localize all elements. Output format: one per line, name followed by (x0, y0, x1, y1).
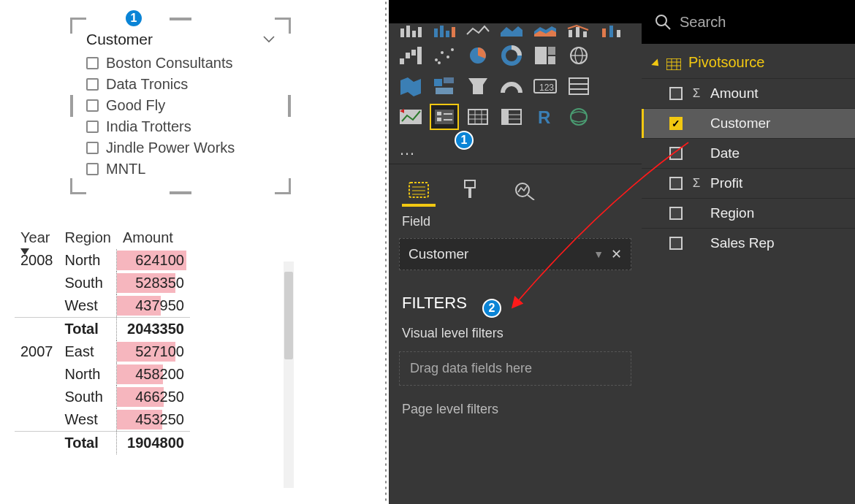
viz-filled-map-icon[interactable] (396, 73, 425, 99)
field-well-customer[interactable]: Customer ▼ ✕ (399, 238, 631, 270)
viz-arcgis-icon[interactable] (564, 104, 593, 130)
slicer-item[interactable]: MNTL (86, 159, 275, 180)
viz-card-icon[interactable]: 123 (531, 73, 560, 99)
format-tab[interactable] (456, 176, 487, 204)
matrix-row[interactable]: 2008North624100 (15, 249, 190, 272)
svg-rect-4 (434, 28, 438, 37)
scrollbar-thumb[interactable] (284, 272, 293, 359)
field-row[interactable]: Date (642, 138, 855, 168)
viz-stacked-bar-icon[interactable] (430, 23, 459, 38)
viz-pie-icon[interactable] (463, 42, 493, 69)
field-row[interactable]: Customer (642, 108, 855, 138)
matrix-row[interactable]: 2007East527100 (15, 340, 190, 363)
svg-point-24 (451, 48, 454, 51)
slicer-item[interactable]: Good Fly (86, 95, 275, 116)
slicer-item[interactable]: Data Tronics (86, 74, 275, 95)
viz-line-icon[interactable] (463, 23, 493, 38)
field-list: ΣAmountCustomerDateΣProfitRegionSales Re… (642, 78, 855, 258)
viz-funnel-icon[interactable] (463, 73, 493, 99)
field-checkbox[interactable] (669, 117, 683, 130)
svg-rect-16 (617, 30, 620, 37)
svg-point-22 (441, 51, 444, 54)
viz-table-icon[interactable] (463, 104, 493, 130)
field-row[interactable]: ΣAmount (642, 78, 855, 108)
viz-waterfall-icon[interactable] (396, 42, 425, 69)
visual-filter-dropzone[interactable]: Drag data fields here (399, 351, 631, 386)
slicer-visual[interactable]: Customer Boston ConsultantsData TronicsG… (75, 22, 286, 190)
viz-combo-icon[interactable] (564, 23, 593, 38)
matrix-scrollbar[interactable] (284, 261, 294, 488)
viz-more-ellipsis[interactable]: … (389, 140, 642, 164)
svg-point-25 (438, 61, 441, 64)
viz-shape-map-icon[interactable] (430, 73, 459, 99)
field-checkbox[interactable] (669, 147, 683, 160)
field-row[interactable]: ΣProfit (642, 168, 855, 198)
chevron-down-icon[interactable] (263, 33, 275, 46)
svg-text:R: R (538, 107, 550, 126)
viz-donut-icon[interactable] (497, 42, 526, 69)
callout-badge-1b: 1 (455, 131, 474, 150)
checkbox-icon[interactable] (86, 78, 99, 91)
matrix-row[interactable]: South466250 (15, 386, 190, 408)
slicer-item[interactable]: Jindle Power Works (86, 137, 275, 159)
checkbox-icon[interactable] (86, 142, 99, 154)
field-checkbox[interactable] (669, 87, 683, 100)
checkbox-icon[interactable] (86, 121, 99, 133)
fields-tab[interactable] (403, 176, 434, 204)
slicer-item[interactable]: Boston Consultants (86, 53, 275, 74)
slicer-header[interactable]: Customer (86, 31, 275, 48)
matrix-row[interactable]: North458200 (15, 363, 190, 386)
svg-rect-3 (418, 27, 422, 37)
viz-multirow-card-icon[interactable] (564, 73, 593, 99)
cell-region: East (59, 340, 117, 363)
viz-stacked-area-icon[interactable] (531, 23, 560, 38)
filters-heading: FILTERS (389, 282, 642, 320)
svg-rect-37 (436, 88, 453, 94)
viz-gallery: 123 R (389, 23, 642, 140)
field-checkbox[interactable] (669, 237, 683, 250)
resize-handle-l[interactable] (70, 95, 73, 117)
field-row[interactable]: Region (642, 198, 855, 228)
fields-search[interactable]: Search (642, 0, 855, 44)
viz-map-icon[interactable] (564, 42, 593, 69)
field-row[interactable]: Sales Rep (642, 228, 855, 258)
matrix-header-year[interactable]: Year (15, 226, 59, 249)
viz-column-bar-icon[interactable] (396, 23, 425, 38)
svg-rect-62 (409, 183, 428, 197)
slicer-item[interactable]: India Trotters (86, 116, 275, 137)
field-well-caret-icon[interactable]: ▼ (593, 248, 604, 260)
matrix-row[interactable]: Total2043350 (15, 318, 190, 341)
viz-r-script-icon[interactable]: R (531, 104, 560, 130)
checkbox-icon[interactable] (86, 163, 99, 175)
table-header[interactable]: Pivotsource (642, 44, 855, 78)
viz-gauge-icon[interactable] (497, 73, 526, 99)
viz-slicer-icon[interactable] (430, 104, 459, 130)
matrix-row[interactable]: West453250 (15, 408, 190, 432)
cell-region: North (59, 249, 117, 272)
checkbox-icon[interactable] (86, 99, 99, 112)
analytics-tab[interactable] (509, 176, 539, 204)
cell-amount: 437950 (117, 294, 190, 318)
matrix-visual[interactable]: Year Region Amount 2008North624100South5… (15, 226, 285, 454)
field-checkbox[interactable] (669, 177, 683, 190)
matrix-row[interactable]: Total1904800 (15, 432, 190, 455)
matrix-row[interactable]: South528350 (15, 272, 190, 294)
field-name: Profit (710, 175, 742, 191)
viz-scatter-icon[interactable] (430, 42, 459, 69)
resize-handle-b[interactable] (170, 191, 191, 194)
viz-area-icon[interactable] (497, 23, 526, 38)
matrix-row[interactable]: West437950 (15, 294, 190, 318)
viz-kpi-icon[interactable] (396, 104, 425, 130)
resize-handle-r[interactable] (288, 95, 291, 117)
cell-year (15, 294, 59, 318)
checkbox-icon[interactable] (86, 57, 99, 69)
field-checkbox[interactable] (669, 207, 683, 220)
resize-handle-t[interactable] (170, 18, 191, 20)
viz-treemap-icon[interactable] (531, 42, 560, 69)
viz-ribbon-icon[interactable] (598, 23, 627, 38)
viz-matrix-icon[interactable] (497, 104, 526, 130)
matrix-header-amount[interactable]: Amount (117, 226, 190, 249)
field-well-remove-icon[interactable]: ✕ (611, 246, 622, 262)
expand-triangle-icon[interactable] (651, 58, 661, 69)
matrix-header-region[interactable]: Region (59, 226, 117, 249)
